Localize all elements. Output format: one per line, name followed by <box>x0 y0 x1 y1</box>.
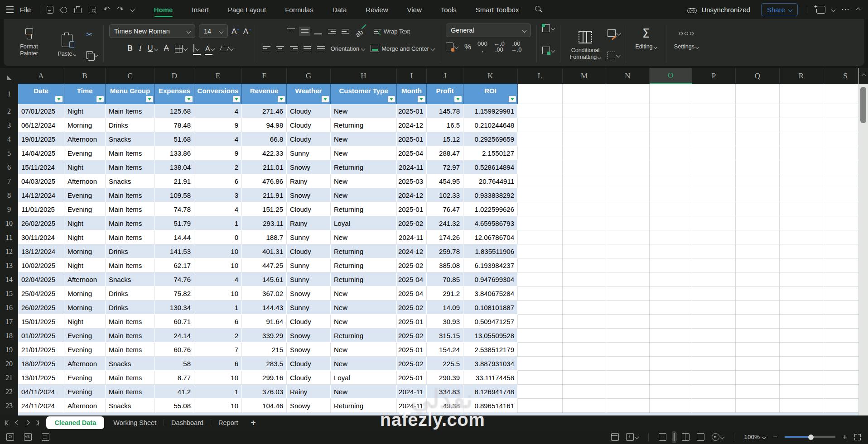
page-break-view-icon[interactable] <box>682 433 690 441</box>
cell[interactable]: 1.022599626 <box>463 202 518 216</box>
cell[interactable]: Sunny <box>287 230 331 244</box>
cell[interactable]: Afternoon <box>64 272 106 286</box>
column-header-D[interactable]: D <box>155 68 194 84</box>
merge-center-button[interactable]: Merge and Center <box>371 45 434 52</box>
cell[interactable] <box>692 272 736 286</box>
cell[interactable]: Snowy <box>287 329 331 343</box>
cell[interactable]: 188.7 <box>242 230 287 244</box>
cell[interactable]: 7 <box>194 343 242 357</box>
cell[interactable]: 376.03 <box>242 385 287 399</box>
cell[interactable]: Sunny <box>287 146 331 160</box>
cell[interactable] <box>518 357 563 371</box>
cell[interactable]: 476.86 <box>242 174 287 188</box>
cell[interactable]: 2025-02 <box>397 301 427 315</box>
column-header-J[interactable]: J <box>427 68 463 84</box>
cell[interactable]: 145.61 <box>242 272 287 286</box>
eraser-button[interactable] <box>221 46 233 51</box>
table-header-cell[interactable]: ROI <box>463 84 518 104</box>
cell[interactable] <box>736 118 780 132</box>
cell[interactable] <box>650 104 692 118</box>
row-number-15[interactable]: 15 <box>0 286 18 301</box>
cell[interactable] <box>736 84 780 104</box>
row-number-11[interactable]: 11 <box>0 230 18 244</box>
cell[interactable]: 422.33 <box>242 146 287 160</box>
table-header-cell[interactable]: Customer Type <box>331 84 397 104</box>
cell[interactable] <box>650 118 692 132</box>
cell[interactable]: 0.528614894 <box>463 160 518 174</box>
cell[interactable]: Night <box>64 315 106 329</box>
cell[interactable]: 01/02/2025 <box>18 329 64 343</box>
conditional-formatting-button[interactable]: Conditional Formatting <box>566 27 605 61</box>
cell[interactable] <box>780 357 823 371</box>
cell[interactable]: 66.8 <box>242 132 287 146</box>
cell[interactable]: Snacks <box>106 272 155 286</box>
cell[interactable]: 49.38 <box>427 399 463 413</box>
cell[interactable]: Sunny <box>287 301 331 315</box>
cell[interactable]: 315.15 <box>427 329 463 343</box>
backup-center-icon[interactable] <box>6 433 14 441</box>
cell[interactable] <box>780 230 823 244</box>
cell[interactable] <box>650 146 692 160</box>
cell[interactable] <box>518 84 563 104</box>
row-number-9[interactable]: 9 <box>0 202 18 216</box>
cell[interactable]: 125.68 <box>155 104 194 118</box>
cell[interactable] <box>780 118 823 132</box>
cell[interactable]: Main Items <box>106 385 155 399</box>
cell[interactable] <box>736 357 780 371</box>
cell[interactable] <box>736 132 780 146</box>
cell[interactable] <box>518 202 563 216</box>
cell[interactable]: 1 <box>194 385 242 399</box>
insert-cells-button[interactable] <box>542 24 555 32</box>
number-format-select[interactable]: General <box>446 24 531 37</box>
cell[interactable]: New <box>331 174 397 188</box>
cell[interactable]: 151.25 <box>242 202 287 216</box>
cell[interactable]: Main Items <box>106 329 155 343</box>
orientation-button[interactable]: Orientation <box>331 45 365 52</box>
cell[interactable]: Evening <box>64 385 106 399</box>
menu-tab-data[interactable]: Data <box>332 1 348 18</box>
cell[interactable] <box>692 258 736 272</box>
zoom-level-button[interactable]: 100% <box>744 434 766 440</box>
cell[interactable]: 2025-02 <box>397 357 427 371</box>
cell[interactable]: 75.82 <box>155 286 194 301</box>
cell[interactable] <box>518 188 563 202</box>
cell[interactable]: 3 <box>194 188 242 202</box>
cell[interactable] <box>780 301 823 315</box>
cell[interactable]: Snowy <box>287 286 331 301</box>
bold-icon[interactable]: B <box>127 44 133 53</box>
cell[interactable] <box>736 230 780 244</box>
cell[interactable] <box>606 132 650 146</box>
menu-tab-tools[interactable]: Tools <box>440 1 458 18</box>
cell[interactable] <box>606 329 650 343</box>
row-number-13[interactable]: 13 <box>0 258 18 272</box>
cell[interactable]: 211.91 <box>242 188 287 202</box>
settings-button[interactable]: Settings <box>672 24 701 50</box>
cell[interactable] <box>650 315 692 329</box>
filter-dropdown-icon[interactable] <box>454 96 462 102</box>
share-button[interactable]: Share <box>761 3 798 16</box>
add-sheet-button[interactable]: + <box>246 418 261 428</box>
cell[interactable]: 19/01/2025 <box>18 132 64 146</box>
cell[interactable]: 20.7644911 <box>463 174 518 188</box>
font-color-button[interactable]: A <box>205 44 214 53</box>
align-center-icon[interactable] <box>276 46 284 52</box>
cell[interactable] <box>736 104 780 118</box>
cell[interactable]: Returning <box>331 329 397 343</box>
cell[interactable]: Returning <box>331 160 397 174</box>
more-options-icon[interactable]: ⋯ <box>841 7 850 12</box>
cell[interactable] <box>606 357 650 371</box>
cell[interactable]: Night <box>64 160 106 174</box>
cell[interactable]: 14.09 <box>427 301 463 315</box>
new-window-icon[interactable] <box>816 6 825 14</box>
cell[interactable]: 2025-03 <box>397 174 427 188</box>
cell[interactable] <box>736 315 780 329</box>
cell[interactable]: 2025-01 <box>397 343 427 357</box>
cell[interactable]: Main Items <box>106 230 155 244</box>
cell[interactable] <box>692 385 736 399</box>
cell[interactable] <box>563 132 606 146</box>
cell[interactable] <box>606 104 650 118</box>
cell[interactable]: Snowy <box>287 343 331 357</box>
column-header-N[interactable]: N <box>606 68 650 84</box>
table-header-cell[interactable]: Menu Group <box>106 84 155 104</box>
cell[interactable]: 2 <box>194 329 242 343</box>
